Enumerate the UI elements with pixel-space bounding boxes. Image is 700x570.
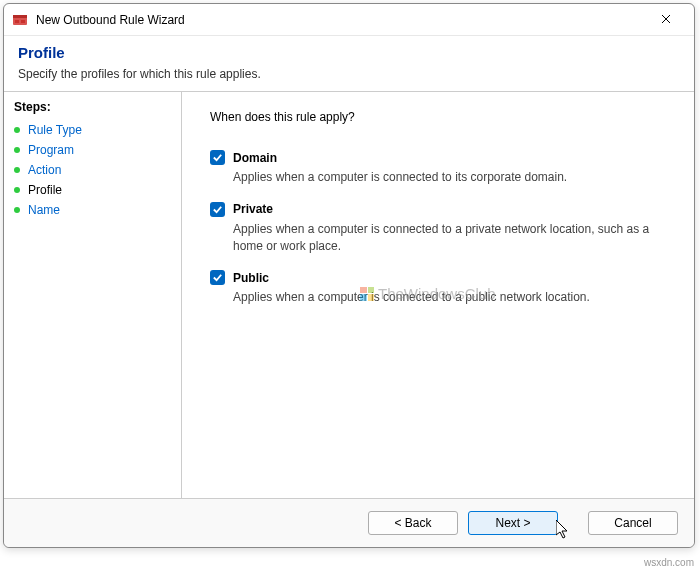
bullet-icon	[14, 187, 20, 193]
option-domain-title: Domain	[233, 151, 277, 165]
wizard-footer: < Back Next > Cancel	[4, 498, 694, 547]
checkbox-domain[interactable]	[210, 150, 225, 165]
bullet-icon	[14, 167, 20, 173]
steps-heading: Steps:	[14, 100, 171, 114]
wizard-window: New Outbound Rule Wizard Profile Specify…	[3, 3, 695, 548]
back-button[interactable]: < Back	[368, 511, 458, 535]
close-button[interactable]	[646, 5, 686, 35]
step-action[interactable]: Action	[14, 160, 171, 180]
option-public-desc: Applies when a computer is connected to …	[233, 289, 663, 306]
option-private: Private Applies when a computer is conne…	[210, 202, 666, 255]
bullet-icon	[14, 147, 20, 153]
checkbox-public[interactable]	[210, 270, 225, 285]
step-program[interactable]: Program	[14, 140, 171, 160]
svg-rect-3	[21, 20, 25, 23]
bullet-icon	[14, 207, 20, 213]
titlebar: New Outbound Rule Wizard	[4, 4, 694, 36]
option-domain: Domain Applies when a computer is connec…	[210, 150, 666, 186]
wizard-body: Steps: Rule Type Program Action Profile …	[4, 92, 694, 498]
steps-sidebar: Steps: Rule Type Program Action Profile …	[4, 92, 182, 498]
next-button[interactable]: Next >	[468, 511, 558, 535]
page-title: Profile	[18, 44, 680, 61]
page-subtitle: Specify the profiles for which this rule…	[18, 67, 680, 81]
step-profile: Profile	[14, 180, 171, 200]
cancel-button[interactable]: Cancel	[588, 511, 678, 535]
close-icon	[661, 12, 671, 27]
window-title: New Outbound Rule Wizard	[36, 13, 646, 27]
bullet-icon	[14, 127, 20, 133]
firewall-icon	[12, 12, 28, 28]
step-name[interactable]: Name	[14, 200, 171, 220]
wizard-header: Profile Specify the profiles for which t…	[4, 36, 694, 91]
svg-rect-2	[15, 20, 19, 23]
question-text: When does this rule apply?	[210, 110, 666, 124]
checkbox-private[interactable]	[210, 202, 225, 217]
option-domain-desc: Applies when a computer is connected to …	[233, 169, 663, 186]
option-private-title: Private	[233, 202, 273, 216]
option-public-title: Public	[233, 271, 269, 285]
attribution-text: wsxdn.com	[644, 557, 694, 568]
step-rule-type[interactable]: Rule Type	[14, 120, 171, 140]
svg-rect-1	[13, 15, 27, 18]
wizard-content: When does this rule apply? Domain Applie…	[182, 92, 694, 498]
option-public: Public Applies when a computer is connec…	[210, 270, 666, 306]
option-private-desc: Applies when a computer is connected to …	[233, 221, 663, 255]
